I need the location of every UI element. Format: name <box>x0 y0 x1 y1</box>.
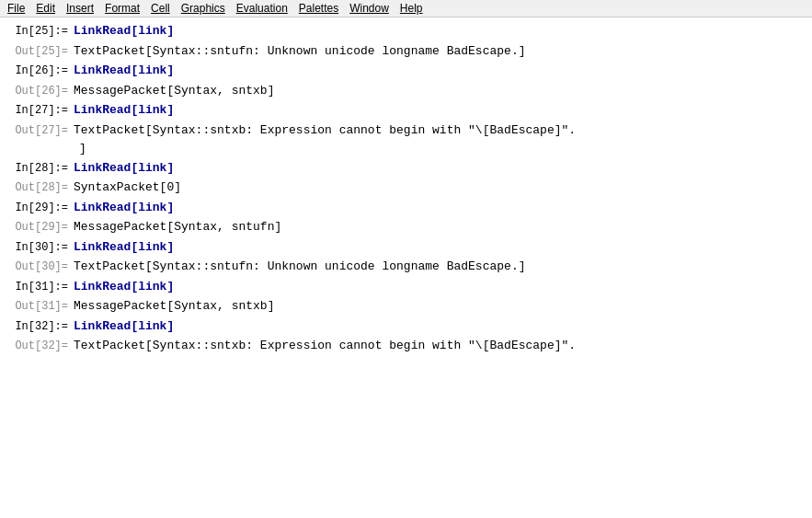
cell-row: In[25]:= LinkRead[link] <box>0 21 812 41</box>
cell-row: In[30]:= LinkRead[link] <box>0 237 812 258</box>
in-content: LinkRead[link] <box>74 62 812 80</box>
cell-row: In[28]:= LinkRead[link] <box>0 158 812 178</box>
menu-palettes[interactable]: Palettes <box>299 2 338 15</box>
menu-insert[interactable]: Insert <box>66 2 94 15</box>
out-content: TextPacket[Syntax::sntxb: Expression can… <box>74 121 812 140</box>
menu-graphics[interactable]: Graphics <box>181 2 225 15</box>
cell-row: Out[32]= TextPacket[Syntax::sntxb: Expre… <box>0 336 812 356</box>
cell-row: Out[28]= SyntaxPacket[0] <box>0 178 812 198</box>
in-content: LinkRead[link] <box>74 238 812 257</box>
out-label: Out[30]= <box>0 259 74 275</box>
in-content: LinkRead[link] <box>74 278 812 296</box>
in-content: LinkRead[link] <box>74 101 812 120</box>
cell-row: In[27]:= LinkRead[link] <box>0 100 812 121</box>
notebook-content: In[25]:= LinkRead[link] Out[25]= TextPac… <box>0 17 812 515</box>
cell-row: In[32]:= LinkRead[link] <box>0 317 812 337</box>
out-label: Out[32]= <box>0 338 74 354</box>
cell-row: Out[27]= TextPacket[Syntax::sntxb: Expre… <box>0 121 812 141</box>
menu-format[interactable]: Format <box>105 2 140 15</box>
menu-file[interactable]: File <box>7 2 25 15</box>
menu-help[interactable]: Help <box>400 2 423 15</box>
menu-evaluation[interactable]: Evaluation <box>236 2 288 15</box>
cell-row: In[31]:= LinkRead[link] <box>0 277 812 297</box>
out-label: Out[27]= <box>0 122 74 139</box>
in-label: In[28]:= <box>0 160 74 177</box>
cell-row: Out[25]= TextPacket[Syntax::sntufn: Unkn… <box>0 41 812 62</box>
cell-row: Out[29]= MessagePacket[Syntax, sntufn] <box>0 217 812 237</box>
in-label: In[25]:= <box>0 23 74 40</box>
menu-window[interactable]: Window <box>349 2 389 15</box>
out-label: Out[28]= <box>0 179 74 196</box>
out-content: MessagePacket[Syntax, sntxb] <box>74 297 812 316</box>
in-content: LinkRead[link] <box>74 159 812 178</box>
cell-row: Out[26]= MessagePacket[Syntax, sntxb] <box>0 81 812 101</box>
cell-row: Out[30]= TextPacket[Syntax::sntufn: Unkn… <box>0 257 812 277</box>
menu-cell[interactable]: Cell <box>151 2 170 15</box>
out-content-continuation: ] <box>79 142 86 155</box>
out-content: TextPacket[Syntax::sntufn: Unknown unico… <box>74 258 812 276</box>
out-label: Out[25]= <box>0 43 74 60</box>
out-content: SyntaxPacket[0] <box>74 178 812 197</box>
out-content: MessagePacket[Syntax, sntxb] <box>74 82 812 100</box>
out-label: Out[26]= <box>0 83 74 99</box>
out-label: Out[31]= <box>0 298 74 315</box>
in-label: In[29]:= <box>0 200 74 216</box>
cell-row: In[29]:= LinkRead[link] <box>0 198 812 218</box>
in-content: LinkRead[link] <box>74 22 812 40</box>
in-label: In[30]:= <box>0 239 74 256</box>
cell-row: Out[31]= MessagePacket[Syntax, sntxb] <box>0 296 812 317</box>
out-content: MessagePacket[Syntax, sntufn] <box>74 218 812 236</box>
in-content: LinkRead[link] <box>74 317 812 336</box>
menu-edit[interactable]: Edit <box>36 2 55 15</box>
in-label: In[27]:= <box>0 102 74 119</box>
out-continuation: ] <box>0 140 812 158</box>
cell-row: In[26]:= LinkRead[link] <box>0 61 812 81</box>
out-content: TextPacket[Syntax::sntxb: Expression can… <box>74 337 812 355</box>
menu-bar: File Edit Insert Format Cell Graphics Ev… <box>0 0 812 17</box>
in-content: LinkRead[link] <box>74 199 812 217</box>
out-label: Out[29]= <box>0 219 74 236</box>
out-content: TextPacket[Syntax::sntufn: Unknown unico… <box>74 42 812 61</box>
in-label: In[32]:= <box>0 318 74 335</box>
in-label: In[31]:= <box>0 279 74 295</box>
in-label: In[26]:= <box>0 63 74 79</box>
